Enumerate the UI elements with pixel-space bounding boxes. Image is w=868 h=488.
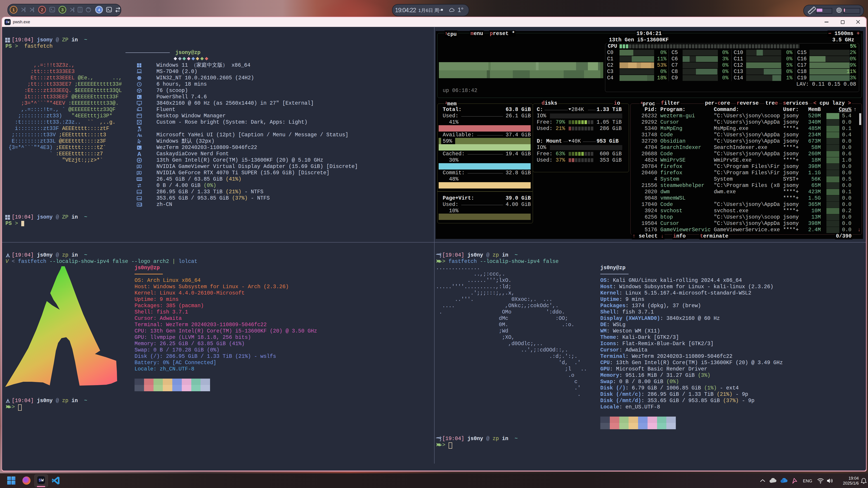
svg-text:4: 4	[98, 8, 100, 12]
svg-text:A: A	[140, 134, 142, 137]
svg-text:2: 2	[41, 7, 43, 12]
svg-text:A: A	[137, 151, 141, 157]
svg-text:3: 3	[61, 7, 64, 12]
svg-text:A文: A文	[138, 203, 143, 206]
svg-text:1: 1	[12, 7, 15, 12]
